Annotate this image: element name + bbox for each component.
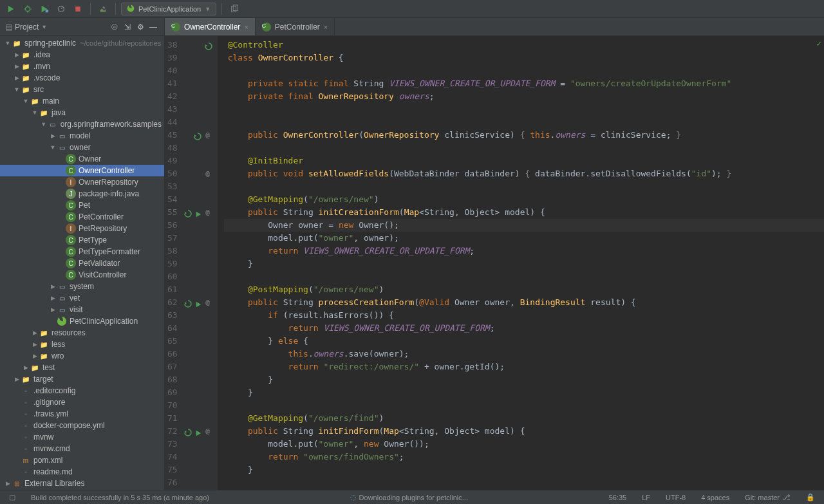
gutter-line[interactable]: 68 [165,373,218,386]
code-line[interactable]: @InitBinder [224,154,824,167]
tree-item-mvnw[interactable]: ▫mvnw [0,431,164,443]
code-line[interactable]: return VIEWS_OWNER_CREATE_OR_UPDATE_FORM… [224,322,824,335]
gutter-line[interactable]: 38 [165,39,218,51]
expand-arrow-icon[interactable]: ▼ [49,144,57,151]
code-line[interactable] [224,142,824,154]
code-line[interactable]: @GetMapping("/owners/new") [224,193,824,206]
run-config-dropdown[interactable]: PetClinicApplication ▼ [121,3,216,15]
code-line[interactable]: model.put("owner", owner); [224,232,824,245]
override-gutter-icon[interactable] [194,131,201,139]
expand-arrow-icon[interactable]: ▶ [31,330,39,336]
build-icon[interactable] [96,2,110,16]
tree-item-pom-xml[interactable]: mpom.xml [0,454,164,466]
tree-item-model[interactable]: ▶▭model [0,130,164,142]
tab-ownercontroller[interactable]: COwnerController× [165,18,256,35]
annotation-gutter-icon[interactable]: @ [203,169,212,178]
gutter-line[interactable]: 71 [165,412,218,425]
tree-item--idea[interactable]: ▶📁.idea [0,49,164,61]
expand-arrow-icon[interactable]: ▶ [49,133,57,139]
tree-item-mvnw-cmd[interactable]: ▫mvnw.cmd [0,443,164,454]
annotation-gutter-icon[interactable]: @ [203,427,212,436]
gutter-line[interactable]: 39 [165,51,218,64]
expand-arrow-icon[interactable]: ▶ [22,364,30,371]
tree-item-wro[interactable]: ▶📁wro [0,350,164,362]
code-line[interactable] [224,64,824,77]
expand-arrow-icon[interactable]: ▼ [22,98,30,104]
code-line[interactable]: private final OwnerRepository owners; [224,90,824,103]
tab-petcontroller[interactable]: CPetController× [256,18,335,35]
tree-item--travis-yml[interactable]: ▫.travis.yml [0,408,164,420]
settings-icon[interactable]: ⚙ [135,21,146,33]
tree-item-owner[interactable]: COwner [0,153,164,165]
expand-arrow-icon[interactable]: ▶ [49,295,57,301]
close-tab-icon[interactable]: × [244,23,248,31]
tree-item-pettype[interactable]: CPetType [0,234,164,246]
tree-item-vet[interactable]: ▶▭vet [0,292,164,304]
gutter-line[interactable]: 58 [165,245,218,257]
code-line[interactable]: } [224,386,824,399]
code-line[interactable] [224,180,824,193]
expand-arrow-icon[interactable]: ▼ [31,109,39,116]
run-gutter-icon[interactable] [194,209,201,216]
gutter-line[interactable]: 50@ [165,167,218,180]
file-encoding[interactable]: UTF-8 [662,494,689,501]
editor-code[interactable]: @Controllerclass OwnerController { priva… [218,36,824,490]
tree-item-test[interactable]: ▶📁test [0,362,164,373]
gutter-line[interactable]: 65 [165,335,218,348]
annotation-gutter-icon[interactable]: @ [203,298,212,307]
expand-arrow-icon[interactable]: ▼ [40,121,48,127]
code-line[interactable]: this.owners.save(owner); [224,348,824,360]
expand-arrow-icon[interactable]: ▶ [4,480,12,487]
code-line[interactable]: model.put("owner", new Owner()); [224,438,824,451]
code-line[interactable]: public String initFindForm(Map<String, O… [224,425,824,438]
code-line[interactable] [224,270,824,283]
code-line[interactable]: } [224,463,824,476]
expand-arrow-icon[interactable]: ▼ [4,40,12,46]
sidebar-title[interactable]: Project [15,23,39,32]
gutter-line[interactable]: 66 [165,348,218,360]
code-line[interactable]: return VIEWS_OWNER_CREATE_OR_UPDATE_FORM… [224,245,824,257]
tree-item--vscode[interactable]: ▶📁.vscode [0,72,164,84]
gutter-line[interactable]: 62@ [165,296,218,309]
code-line[interactable]: public void setAllowedFields(WebDataBind… [224,167,824,180]
expand-arrow-icon[interactable]: ▶ [13,51,21,58]
gutter-line[interactable]: 57 [165,232,218,245]
expand-arrow-icon[interactable]: ▶ [13,63,21,70]
coverage-icon[interactable] [37,2,52,16]
code-line[interactable]: } [224,257,824,270]
tree-item--mvn[interactable]: ▶📁.mvn [0,61,164,72]
gutter-line[interactable]: 75 [165,463,218,476]
tree-item-petrepository[interactable]: IPetRepository [0,223,164,234]
code-line[interactable]: public String processCreationForm(@Valid… [224,296,824,309]
gutter-line[interactable]: 43 [165,103,218,116]
indent-setting[interactable]: 4 spaces [697,494,733,501]
code-line[interactable]: @GetMapping("/owners") [224,489,824,490]
code-line[interactable]: Owner owner = new Owner(); [224,219,824,232]
tree-item-visitcontroller[interactable]: CVisitController [0,269,164,281]
gutter-line[interactable]: 69 [165,386,218,399]
gutter-line[interactable]: 76 [165,476,218,489]
code-line[interactable]: } else { [224,335,824,348]
gutter-line[interactable]: 77 [165,489,218,490]
tree-item-petcontroller[interactable]: CPetController [0,211,164,223]
tree-item-owner[interactable]: ▼▭owner [0,142,164,153]
code-line[interactable] [224,476,824,489]
expand-arrow-icon[interactable]: ▶ [49,306,57,313]
expand-all-icon[interactable]: ⇲ [122,21,133,33]
gutter-line[interactable]: 59 [165,257,218,270]
tree-item-less[interactable]: ▶📁less [0,339,164,350]
gutter-line[interactable]: 44 [165,116,218,129]
tree-item-petvalidator[interactable]: CPetValidator [0,257,164,269]
lock-icon[interactable]: 🔒 [802,493,819,501]
tree-item-pet[interactable]: CPet [0,200,164,211]
tree-item-package-info-java[interactable]: Jpackage-info.java [0,188,164,200]
expand-arrow-icon[interactable]: ▶ [13,376,21,382]
stop-icon[interactable] [71,2,85,16]
run-gutter-icon[interactable] [194,427,201,435]
editor-gutter[interactable]: 3839404142434445@484950@535455@565758596… [165,36,218,490]
code-line[interactable]: public OwnerController(OwnerRepository c… [224,129,824,142]
git-branch[interactable]: Git: master ⎇ [741,493,794,501]
tree-item-petclinicapplication[interactable]: PetClinicApplication [0,315,164,327]
chevron-down-icon[interactable]: ▼ [41,24,47,30]
line-separator[interactable]: LF [638,494,654,501]
